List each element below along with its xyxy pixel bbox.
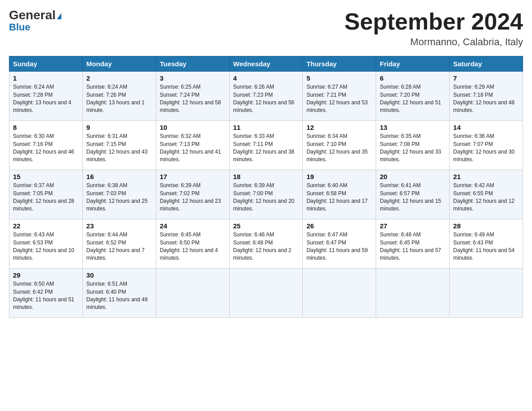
- calendar-cell: 12Sunrise: 6:34 AMSunset: 7:10 PMDayligh…: [303, 121, 376, 170]
- calendar-header-friday: Friday: [376, 56, 450, 72]
- day-info: Sunrise: 6:43 AMSunset: 6:53 PMDaylight:…: [13, 231, 79, 262]
- calendar-cell: 26Sunrise: 6:47 AMSunset: 6:47 PMDayligh…: [303, 219, 376, 269]
- calendar-cell: [156, 269, 229, 318]
- calendar-cell: 19Sunrise: 6:40 AMSunset: 6:58 PMDayligh…: [303, 170, 376, 219]
- day-number: 18: [233, 173, 299, 180]
- logo: General Blue: [9, 9, 61, 32]
- day-number: 12: [306, 124, 372, 131]
- calendar-cell: 15Sunrise: 6:37 AMSunset: 7:05 PMDayligh…: [9, 170, 83, 219]
- day-number: 27: [380, 222, 446, 230]
- day-info: Sunrise: 6:49 AMSunset: 6:43 PMDaylight:…: [453, 231, 519, 262]
- day-info: Sunrise: 6:35 AMSunset: 7:08 PMDaylight:…: [380, 133, 446, 164]
- calendar-cell: 1Sunrise: 6:24 AMSunset: 7:28 PMDaylight…: [9, 72, 83, 121]
- title-block: September 2024 Mormanno, Calabria, Italy: [344, 9, 523, 48]
- calendar-cell: 29Sunrise: 6:50 AMSunset: 6:42 PMDayligh…: [9, 269, 83, 318]
- day-info: Sunrise: 6:48 AMSunset: 6:45 PMDaylight:…: [380, 231, 446, 262]
- day-number: 23: [86, 222, 152, 230]
- day-number: 30: [86, 271, 152, 279]
- day-info: Sunrise: 6:24 AMSunset: 7:28 PMDaylight:…: [13, 83, 79, 115]
- day-number: 15: [13, 173, 79, 180]
- calendar-week-row: 15Sunrise: 6:37 AMSunset: 7:05 PMDayligh…: [9, 170, 523, 219]
- day-info: Sunrise: 6:25 AMSunset: 7:24 PMDaylight:…: [160, 83, 226, 115]
- day-info: Sunrise: 6:40 AMSunset: 6:58 PMDaylight:…: [306, 182, 372, 213]
- day-number: 9: [86, 124, 152, 131]
- calendar-cell: 9Sunrise: 6:31 AMSunset: 7:15 PMDaylight…: [82, 121, 156, 170]
- day-number: 26: [306, 222, 372, 230]
- day-info: Sunrise: 6:33 AMSunset: 7:11 PMDaylight:…: [233, 133, 299, 164]
- calendar-cell: [303, 269, 376, 318]
- day-info: Sunrise: 6:32 AMSunset: 7:13 PMDaylight:…: [160, 133, 226, 164]
- day-info: Sunrise: 6:24 AMSunset: 7:26 PMDaylight:…: [86, 83, 152, 115]
- day-number: 5: [306, 74, 372, 82]
- calendar-cell: 21Sunrise: 6:42 AMSunset: 6:55 PMDayligh…: [450, 170, 523, 219]
- calendar-week-row: 29Sunrise: 6:50 AMSunset: 6:42 PMDayligh…: [9, 269, 523, 318]
- day-number: 14: [453, 124, 519, 131]
- day-number: 7: [453, 74, 519, 82]
- day-info: Sunrise: 6:37 AMSunset: 7:05 PMDaylight:…: [13, 182, 79, 213]
- calendar-cell: 13Sunrise: 6:35 AMSunset: 7:08 PMDayligh…: [376, 121, 450, 170]
- day-info: Sunrise: 6:29 AMSunset: 7:18 PMDaylight:…: [453, 83, 519, 115]
- location: Mormanno, Calabria, Italy: [344, 36, 523, 48]
- calendar-week-row: 8Sunrise: 6:30 AMSunset: 7:16 PMDaylight…: [9, 121, 523, 170]
- calendar-header-thursday: Thursday: [303, 56, 376, 72]
- logo-blue: Blue: [9, 22, 30, 32]
- calendar-cell: 14Sunrise: 6:36 AMSunset: 7:07 PMDayligh…: [450, 121, 523, 170]
- day-number: 24: [160, 222, 226, 230]
- calendar-cell: 3Sunrise: 6:25 AMSunset: 7:24 PMDaylight…: [156, 72, 229, 121]
- calendar-cell: 10Sunrise: 6:32 AMSunset: 7:13 PMDayligh…: [156, 121, 229, 170]
- calendar-cell: 30Sunrise: 6:51 AMSunset: 6:40 PMDayligh…: [82, 269, 156, 318]
- calendar-cell: 22Sunrise: 6:43 AMSunset: 6:53 PMDayligh…: [9, 219, 83, 269]
- calendar-cell: 6Sunrise: 6:28 AMSunset: 7:20 PMDaylight…: [376, 72, 450, 121]
- logo-triangle-icon: [57, 13, 61, 19]
- calendar-cell: 24Sunrise: 6:45 AMSunset: 6:50 PMDayligh…: [156, 219, 229, 269]
- day-info: Sunrise: 6:28 AMSunset: 7:20 PMDaylight:…: [380, 83, 446, 115]
- calendar-table: SundayMondayTuesdayWednesdayThursdayFrid…: [9, 56, 523, 318]
- day-info: Sunrise: 6:36 AMSunset: 7:07 PMDaylight:…: [453, 133, 519, 164]
- day-info: Sunrise: 6:31 AMSunset: 7:15 PMDaylight:…: [86, 133, 152, 164]
- calendar-header-tuesday: Tuesday: [156, 56, 229, 72]
- page-header: General Blue September 2024 Mormanno, Ca…: [9, 9, 523, 48]
- calendar-cell: [229, 269, 303, 318]
- day-info: Sunrise: 6:47 AMSunset: 6:47 PMDaylight:…: [306, 231, 372, 262]
- calendar-week-row: 22Sunrise: 6:43 AMSunset: 6:53 PMDayligh…: [9, 219, 523, 269]
- day-number: 17: [160, 173, 226, 180]
- day-info: Sunrise: 6:39 AMSunset: 7:00 PMDaylight:…: [233, 182, 299, 213]
- calendar-cell: 16Sunrise: 6:38 AMSunset: 7:03 PMDayligh…: [82, 170, 156, 219]
- day-number: 3: [160, 74, 226, 82]
- calendar-cell: 5Sunrise: 6:27 AMSunset: 7:21 PMDaylight…: [303, 72, 376, 121]
- day-info: Sunrise: 6:51 AMSunset: 6:40 PMDaylight:…: [86, 280, 152, 312]
- day-info: Sunrise: 6:30 AMSunset: 7:16 PMDaylight:…: [13, 133, 79, 164]
- calendar-cell: 8Sunrise: 6:30 AMSunset: 7:16 PMDaylight…: [9, 121, 83, 170]
- calendar-cell: 25Sunrise: 6:46 AMSunset: 6:48 PMDayligh…: [229, 219, 303, 269]
- day-info: Sunrise: 6:46 AMSunset: 6:48 PMDaylight:…: [233, 231, 299, 262]
- day-info: Sunrise: 6:44 AMSunset: 6:52 PMDaylight:…: [86, 231, 152, 262]
- day-number: 21: [453, 173, 519, 180]
- calendar-header-wednesday: Wednesday: [229, 56, 303, 72]
- calendar-cell: 27Sunrise: 6:48 AMSunset: 6:45 PMDayligh…: [376, 219, 450, 269]
- calendar-cell: 2Sunrise: 6:24 AMSunset: 7:26 PMDaylight…: [82, 72, 156, 121]
- calendar-cell: 28Sunrise: 6:49 AMSunset: 6:43 PMDayligh…: [450, 219, 523, 269]
- day-number: 6: [380, 74, 446, 82]
- calendar-header-saturday: Saturday: [450, 56, 523, 72]
- day-number: 28: [453, 222, 519, 230]
- day-number: 20: [380, 173, 446, 180]
- calendar-header-sunday: Sunday: [9, 56, 83, 72]
- calendar-header-monday: Monday: [82, 56, 156, 72]
- calendar-cell: 23Sunrise: 6:44 AMSunset: 6:52 PMDayligh…: [82, 219, 156, 269]
- day-number: 8: [13, 124, 79, 131]
- day-info: Sunrise: 6:38 AMSunset: 7:03 PMDaylight:…: [86, 182, 152, 213]
- day-info: Sunrise: 6:26 AMSunset: 7:23 PMDaylight:…: [233, 83, 299, 115]
- day-info: Sunrise: 6:41 AMSunset: 6:57 PMDaylight:…: [380, 182, 446, 213]
- calendar-cell: [376, 269, 450, 318]
- day-info: Sunrise: 6:45 AMSunset: 6:50 PMDaylight:…: [160, 231, 226, 262]
- day-info: Sunrise: 6:39 AMSunset: 7:02 PMDaylight:…: [160, 182, 226, 213]
- month-title: September 2024: [344, 9, 523, 34]
- day-info: Sunrise: 6:34 AMSunset: 7:10 PMDaylight:…: [306, 133, 372, 164]
- calendar-week-row: 1Sunrise: 6:24 AMSunset: 7:28 PMDaylight…: [9, 72, 523, 121]
- logo-general: General: [9, 9, 61, 21]
- day-number: 22: [13, 222, 79, 230]
- calendar-cell: [450, 269, 523, 318]
- day-info: Sunrise: 6:42 AMSunset: 6:55 PMDaylight:…: [453, 182, 519, 213]
- day-number: 10: [160, 124, 226, 131]
- calendar-cell: 18Sunrise: 6:39 AMSunset: 7:00 PMDayligh…: [229, 170, 303, 219]
